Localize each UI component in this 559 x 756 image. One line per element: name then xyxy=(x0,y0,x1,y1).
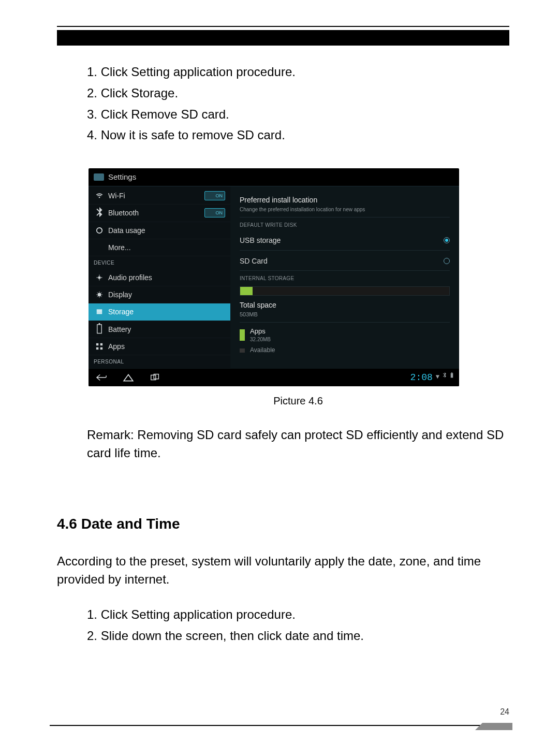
sidebar-item-data-usage[interactable]: Data usage xyxy=(89,222,230,239)
back-icon[interactable] xyxy=(96,373,107,382)
svg-rect-9 xyxy=(100,343,102,345)
step-a-3: 3. Click Remove SD card. xyxy=(87,106,509,124)
svg-rect-14 xyxy=(451,373,453,378)
sidebar-item-apps[interactable]: Apps xyxy=(89,338,230,355)
svg-rect-15 xyxy=(451,372,452,373)
preferred-install-title: Preferred install location xyxy=(240,195,450,205)
available-label: Available xyxy=(250,346,275,355)
row-preferred-install[interactable]: Preferred install location Change the pr… xyxy=(240,191,450,217)
more-label: More... xyxy=(108,242,131,253)
settings-icon xyxy=(94,173,104,181)
display-icon xyxy=(96,291,103,298)
footer-rule xyxy=(50,725,509,726)
usb-storage-label: USB storage xyxy=(240,235,281,245)
available-swatch-icon xyxy=(240,348,245,353)
battery-status-icon xyxy=(450,372,454,382)
sidebar-item-wifi[interactable]: Wi-Fi ON xyxy=(89,187,230,205)
battery-label: Battery xyxy=(108,324,131,335)
bluetooth-status-icon xyxy=(443,372,447,382)
total-space-label: Total space xyxy=(240,300,450,310)
section-internal-storage: INTERNAL STORAGE xyxy=(240,271,450,284)
sidebar-item-more[interactable]: More... xyxy=(89,239,230,256)
sidebar-section-personal: PERSONAL xyxy=(89,355,230,368)
section-heading: 4.6 Date and Time xyxy=(57,514,509,535)
apps-usage-label: Apps xyxy=(250,327,271,337)
apps-label: Apps xyxy=(108,341,125,352)
wifi-label: Wi-Fi xyxy=(108,191,125,201)
svg-rect-7 xyxy=(99,323,100,325)
step-b-2: 2. Slide down the screen, then click dat… xyxy=(87,627,509,645)
storage-settings-panel: Preferred install location Change the pr… xyxy=(230,186,459,368)
step-a-1: 1. Click Setting application procedure. xyxy=(87,63,509,81)
storage-label: Storage xyxy=(108,307,134,317)
usb-storage-radio[interactable] xyxy=(444,237,450,243)
remark-text: Remark: Removing SD card safely can prot… xyxy=(87,426,509,462)
svg-rect-8 xyxy=(96,343,98,345)
app-title: Settings xyxy=(108,171,136,183)
storage-usage-bar xyxy=(240,286,450,296)
sidebar-item-bluetooth[interactable]: Bluetooth ON xyxy=(89,205,230,222)
display-label: Display xyxy=(108,289,132,300)
bluetooth-toggle[interactable]: ON xyxy=(204,208,225,217)
apps-icon xyxy=(96,343,103,350)
section-default-write-disk: DEFAULT WRITE DISK xyxy=(240,217,450,230)
footer-ornament xyxy=(475,723,512,730)
total-space-value: 503MB xyxy=(240,311,450,319)
step-a-4: 4. Now it is safe to remove SD card. xyxy=(87,126,509,144)
row-usb-storage[interactable]: USB storage xyxy=(240,230,450,250)
top-rule xyxy=(57,26,509,27)
svg-rect-11 xyxy=(100,347,102,350)
figure-caption: Picture 4.6 xyxy=(89,394,508,409)
svg-rect-5 xyxy=(97,313,102,314)
bluetooth-label: Bluetooth xyxy=(108,208,139,218)
svg-rect-6 xyxy=(97,325,101,333)
svg-rect-10 xyxy=(96,347,98,350)
svg-point-1 xyxy=(98,276,100,279)
svg-rect-4 xyxy=(97,311,102,313)
storage-used-segment xyxy=(240,287,253,295)
sidebar-item-display[interactable]: Display xyxy=(89,286,230,303)
blank-icon xyxy=(96,244,103,251)
header-bar xyxy=(57,30,509,46)
row-total-space[interactable]: Total space 503MB xyxy=(240,296,450,322)
wifi-icon xyxy=(96,192,103,199)
sidebar-item-audio[interactable]: Audio profiles xyxy=(89,269,230,286)
wifi-toggle[interactable]: ON xyxy=(204,191,225,200)
app-title-bar: Settings xyxy=(89,168,459,186)
storage-icon xyxy=(96,308,103,315)
audio-icon xyxy=(96,274,103,281)
step-a-2: 2. Click Storage. xyxy=(87,84,509,103)
clock-text: 2:08 xyxy=(410,371,433,384)
sidebar-section-device: DEVICE xyxy=(89,256,230,269)
apps-swatch-icon xyxy=(240,329,245,341)
sidebar-item-storage[interactable]: Storage xyxy=(89,303,230,321)
svg-point-2 xyxy=(98,293,101,297)
preferred-install-subtitle: Change the preferred installation locati… xyxy=(240,206,450,214)
settings-sidebar: Wi-Fi ON Bluetooth ON Data u xyxy=(89,186,230,368)
download-icon: ▼ xyxy=(436,373,439,382)
row-sd-card[interactable]: SD Card xyxy=(240,251,450,271)
recents-icon[interactable] xyxy=(150,373,161,382)
bluetooth-icon xyxy=(96,209,103,216)
svg-rect-3 xyxy=(97,310,102,311)
sd-card-radio[interactable] xyxy=(444,258,450,264)
system-navigation-bar: 2:08 ▼ xyxy=(89,368,459,386)
data-usage-label: Data usage xyxy=(108,225,145,236)
sd-card-label: SD Card xyxy=(240,256,268,266)
data-usage-icon xyxy=(96,227,103,234)
audio-label: Audio profiles xyxy=(108,272,152,283)
section-paragraph: According to the preset, system will vol… xyxy=(57,553,509,589)
home-icon[interactable] xyxy=(123,373,134,382)
android-settings-screenshot: Settings Wi-Fi ON xyxy=(89,168,459,386)
status-bar: 2:08 ▼ xyxy=(410,371,454,384)
battery-icon xyxy=(96,326,103,333)
row-available[interactable]: Available xyxy=(240,345,450,355)
apps-usage-value: 32.20MB xyxy=(250,336,271,344)
row-apps-usage[interactable]: Apps 32.20MB xyxy=(240,323,450,345)
page-number: 24 xyxy=(500,706,509,718)
sidebar-item-battery[interactable]: Battery xyxy=(89,321,230,338)
step-b-1: 1. Click Setting application procedure. xyxy=(87,606,509,624)
